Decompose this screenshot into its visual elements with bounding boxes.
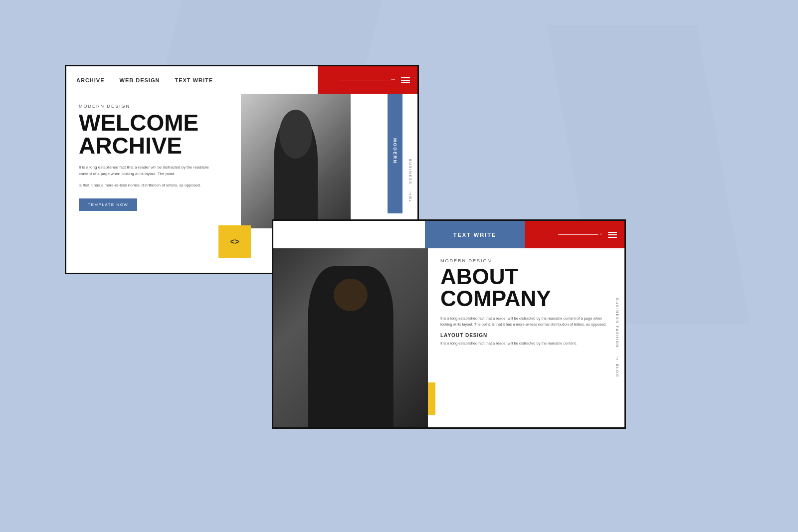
card2-yellow-code-box: <> <box>428 382 435 415</box>
card1-nav: ARCHIVE WEB DESIGN TEXT WRITE <box>76 77 213 83</box>
card2-header-red-bar <box>525 221 624 248</box>
card2-nav-text-write[interactable]: TEXT WRITE <box>453 232 497 238</box>
card2-right-sidebar: BUSINESS FASHION ↓ BLOG <box>609 248 624 427</box>
card1-left-content: MODERN DESIGN WELCOME ARCHIVE It is a lo… <box>66 94 226 273</box>
card1-yellow-code-box: <> <box>218 225 251 258</box>
nav-item-textwrite[interactable]: TEXT WRITE <box>175 77 213 83</box>
card1-description2: is that it has a more-or-less normal dis… <box>79 182 216 189</box>
card1-blue-bar: MODERN <box>388 94 402 213</box>
card2-header-arrow-line <box>558 234 598 235</box>
code-icon: <> <box>230 237 239 246</box>
card2-sidebar-blog: BLOG <box>615 364 619 377</box>
card1-subtitle: MODERN DESIGN <box>79 104 216 109</box>
card1-description1: It is a long established fact that a rea… <box>79 165 216 177</box>
template-now-button[interactable]: TEMPLATE NOW <box>79 198 137 211</box>
card2-content-area: <> MODERN DESIGN ABOUT COMPANY It is a l… <box>428 248 624 427</box>
card2-photo-image <box>273 248 428 427</box>
card1-sidebar-arrow: ↓ <box>408 189 411 196</box>
card1-blue-bar-text: MODERN <box>393 138 398 164</box>
card1-person-photo <box>241 94 351 228</box>
card1-title-line2: ARCHIVE <box>79 133 182 159</box>
card2-person-photo <box>273 248 428 427</box>
card2-title: ABOUT COMPANY <box>440 266 612 310</box>
card2-subtitle: MODERN DESIGN <box>440 258 612 263</box>
card1-sidebar-business: BUSINESS <box>408 159 412 184</box>
card2-hamburger-menu-icon[interactable] <box>608 232 617 238</box>
card2-section-description: It is a long established fact that a rea… <box>440 341 612 347</box>
card2-description: It is a long established fact that a rea… <box>440 316 612 328</box>
card2-header-blue-bar: TEXT WRITE <box>425 221 525 248</box>
hamburger-menu-icon[interactable] <box>401 77 410 83</box>
card1-title: WELCOME ARCHIVE <box>79 111 216 157</box>
card1-header: ARCHIVE WEB DESIGN TEXT WRITE <box>66 66 417 94</box>
card2-header: TEXT WRITE <box>273 221 624 248</box>
card1-title-line1: WELCOME <box>79 110 199 136</box>
card2-title-line1: ABOUT <box>440 264 518 289</box>
card2-title-line2: COMPANY <box>440 286 551 311</box>
card1-header-red-bar <box>318 66 417 94</box>
nav-item-archive[interactable]: ARCHIVE <box>76 77 105 83</box>
card1-header-arrow-line <box>341 80 391 80</box>
card2-body: <> MODERN DESIGN ABOUT COMPANY It is a l… <box>273 248 624 427</box>
card-about-company: TEXT WRITE <> MODERN DESIGN ABOUT C <box>272 219 626 429</box>
card1-sidebar-bl: BL <box>408 196 412 203</box>
card2-sidebar-arrow: ↓ <box>615 355 618 361</box>
card2-sidebar-fashion: BUSINESS FASHION <box>615 298 619 348</box>
card2-section-title: LAYOUT DESIGN <box>440 333 612 338</box>
card1-photo-image <box>241 94 351 228</box>
nav-item-webdesign[interactable]: WEB DESIGN <box>120 77 160 83</box>
